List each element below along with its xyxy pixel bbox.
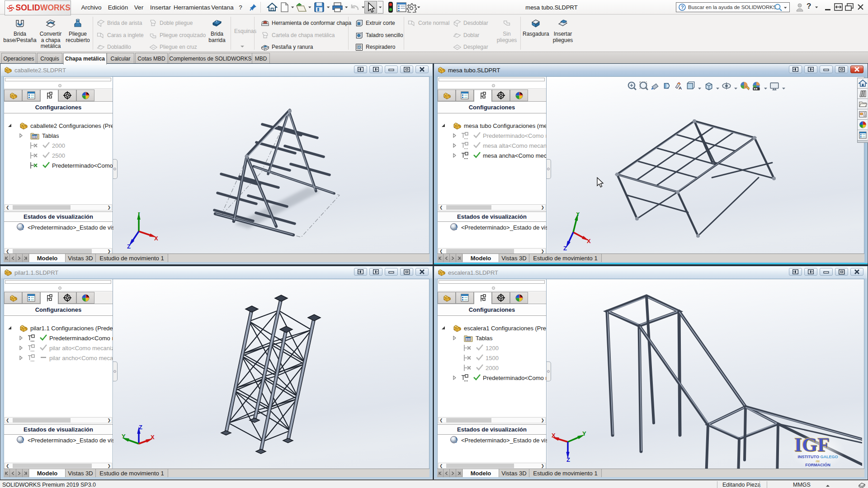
svg-text:Y: Y xyxy=(576,212,580,217)
svg-text:?: ? xyxy=(681,5,684,10)
svg-text:A: A xyxy=(679,85,682,90)
svg-text:X: X xyxy=(151,434,155,441)
svg-text:X: X xyxy=(552,432,556,439)
svg-text:Z: Z xyxy=(127,243,131,250)
svg-text:Y: Y xyxy=(137,212,141,216)
svg-text:Z: Z xyxy=(139,425,142,431)
svg-text:Z: Z xyxy=(563,245,567,252)
svg-text:Y: Y xyxy=(582,430,586,437)
svg-text:Y: Y xyxy=(122,433,126,440)
svg-text:X: X xyxy=(154,235,158,242)
svg-text:Z: Z xyxy=(566,456,570,462)
svg-text:X: X xyxy=(587,238,591,244)
